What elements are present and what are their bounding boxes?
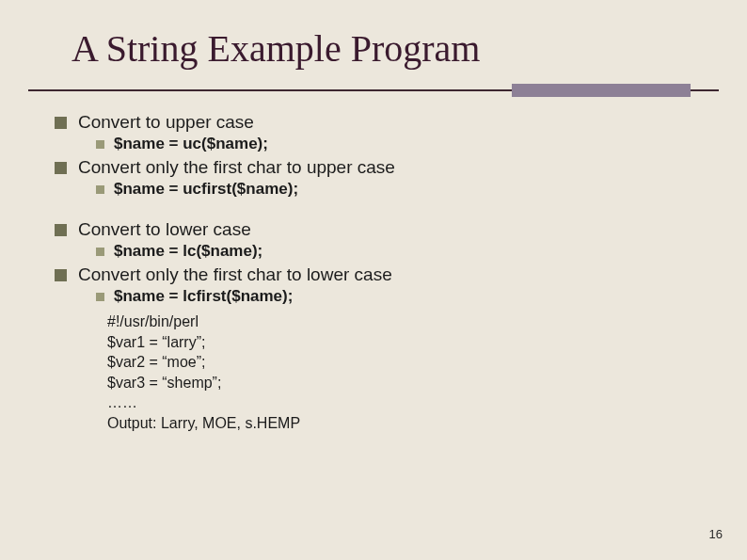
subbullet-uc: $name = uc($name); [96, 135, 702, 153]
subbullet-lcfirst: $name = lcfirst($name); [96, 287, 702, 306]
bullet-text: Convert to upper case [78, 112, 254, 133]
square-bullet-icon [55, 162, 67, 174]
slide-body: Convert to upper case $name = uc($name);… [0, 97, 747, 434]
code-line: Output: Larry, MOE, s.HEMP [107, 413, 702, 434]
bullet-ucfirst: Convert only the first char to upper cas… [55, 157, 702, 178]
code-line: $var1 = “larry”; [107, 332, 702, 353]
square-bullet-icon [55, 224, 67, 236]
bullet-lower-case: Convert to lower case [55, 219, 702, 240]
code-line: #!/usr/bin/perl [107, 312, 702, 332]
subbullet-ucfirst: $name = ucfirst($name); [96, 180, 702, 199]
page-number: 16 [709, 527, 723, 541]
bullet-text: Convert only the first char to upper cas… [78, 157, 395, 178]
code-example: #!/usr/bin/perl $var1 = “larry”; $var2 =… [107, 312, 702, 434]
code-text: $name = lc($name); [114, 242, 262, 261]
code-line: $var3 = “shemp”; [107, 373, 702, 393]
bullet-text: Convert only the first char to lower cas… [78, 264, 392, 285]
bullet-upper-case: Convert to upper case [55, 112, 702, 133]
square-bullet-icon [96, 185, 104, 194]
square-bullet-icon [55, 117, 67, 129]
subbullet-lc: $name = lc($name); [96, 242, 702, 261]
square-bullet-icon [96, 140, 104, 149]
square-bullet-icon [96, 293, 104, 301]
square-bullet-icon [55, 269, 67, 281]
code-text: $name = lcfirst($name); [114, 287, 293, 306]
code-text: $name = ucfirst($name); [114, 180, 298, 199]
title-underline [0, 84, 747, 97]
accent-bar [512, 84, 691, 97]
square-bullet-icon [96, 248, 104, 256]
code-text: $name = uc($name); [114, 135, 268, 153]
code-line: …… [107, 392, 702, 413]
slide-title: A String Example Program [0, 0, 747, 71]
bullet-text: Convert to lower case [78, 219, 251, 240]
bullet-lcfirst: Convert only the first char to lower cas… [55, 264, 702, 285]
code-line: $var2 = “moe”; [107, 352, 702, 373]
